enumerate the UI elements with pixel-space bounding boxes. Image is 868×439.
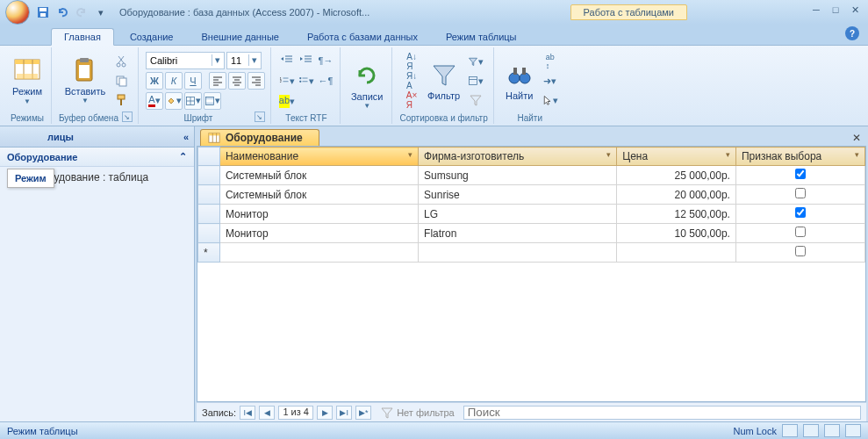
advanced-filter-button[interactable]: ▾ [467, 72, 484, 90]
cell-manufacturer[interactable]: Sunrise [419, 185, 617, 205]
replace-button[interactable]: ab↕ [542, 53, 559, 70]
bold-button[interactable]: Ж [146, 72, 163, 90]
find-button[interactable]: Найти [501, 59, 538, 103]
redo-icon[interactable] [74, 4, 90, 20]
cell-flag[interactable] [735, 185, 864, 205]
filter-button[interactable]: Фильтр [424, 59, 463, 103]
align-left-button[interactable] [209, 72, 226, 90]
font-dialog-launcher[interactable]: ↘ [255, 112, 265, 122]
tab-database-tools[interactable]: Работа с базами данных [295, 29, 430, 45]
filter-indicator[interactable]: Нет фильтра [380, 406, 455, 420]
goto-button[interactable]: ➜▾ [542, 72, 559, 90]
pivot-view-shortcut[interactable] [824, 424, 840, 437]
new-record-selector[interactable]: * [198, 243, 220, 263]
clear-sort-button[interactable]: А×Я [403, 91, 420, 109]
flag-checkbox[interactable] [795, 188, 806, 198]
font-name-input[interactable] [147, 55, 212, 66]
table-row[interactable]: Монитор Flatron 10 500,00р. [198, 224, 865, 243]
row-selector[interactable] [198, 166, 220, 185]
collapse-pane-icon[interactable]: « [183, 132, 189, 142]
numbering-button[interactable]: 12▾ [278, 72, 296, 90]
help-button[interactable]: ? [845, 26, 859, 40]
font-size-input[interactable] [227, 55, 248, 66]
ltr-button[interactable]: ¶→ [317, 52, 334, 69]
close-document-button[interactable]: ✕ [849, 130, 864, 146]
tab-create[interactable]: Создание [118, 29, 186, 45]
sort-desc-button[interactable]: Я↓А [403, 72, 420, 90]
cut-button[interactable] [112, 53, 130, 70]
cell-manufacturer[interactable]: Sumsung [419, 166, 617, 185]
alternate-fill-button[interactable]: ▾ [204, 92, 221, 110]
cell-flag[interactable] [735, 224, 864, 243]
table-row[interactable]: Системный блок Sumsung 25 000,00р. [198, 166, 865, 185]
first-record-button[interactable]: I◀ [240, 406, 255, 420]
column-header-flag[interactable]: Признак выбора▾ [735, 148, 864, 166]
fill-color-button[interactable]: ▾ [165, 92, 183, 110]
format-painter-button[interactable] [112, 91, 130, 109]
cell-name[interactable]: Системный блок [219, 185, 418, 205]
toggle-filter-button[interactable] [467, 91, 484, 109]
align-right-button[interactable] [247, 72, 265, 90]
clipboard-dialog-launcher[interactable]: ↘ [122, 112, 133, 122]
cell-price[interactable]: 10 500,00р. [617, 224, 736, 243]
font-name-dropdown[interactable]: ▾ [146, 52, 225, 69]
row-selector[interactable] [198, 224, 220, 243]
font-size-dropdown[interactable]: ▾ [226, 52, 262, 69]
table-row[interactable]: Системный блок Sunrise 20 000,00р. [198, 185, 865, 205]
cell-flag[interactable] [735, 205, 864, 224]
cell-price[interactable]: 25 000,00р. [617, 166, 736, 185]
record-search-input[interactable] [463, 406, 861, 420]
flag-checkbox[interactable] [795, 246, 806, 256]
records-button[interactable]: Записи ▼ [348, 60, 387, 112]
minimize-button[interactable]: ─ [808, 4, 824, 16]
select-button[interactable]: ▾ [542, 91, 559, 109]
increase-indent-button[interactable] [298, 52, 315, 69]
undo-icon[interactable] [54, 4, 70, 20]
bullets-button[interactable]: ▾ [298, 72, 315, 90]
italic-button[interactable]: К [165, 72, 183, 90]
cell-name[interactable]: Системный блок [219, 166, 418, 185]
view-button[interactable]: Режим ▼ [9, 54, 46, 106]
datasheet-grid[interactable]: Наименование▾ Фирма-изготовитель▾ Цена▾ … [197, 146, 866, 402]
selection-filter-button[interactable]: ▾ [467, 53, 484, 70]
flag-checkbox[interactable] [795, 169, 806, 179]
office-button[interactable] [5, 0, 30, 25]
close-button[interactable]: ✕ [847, 4, 863, 16]
new-record-button[interactable]: ▶* [355, 406, 371, 420]
gridlines-button[interactable]: ▾ [184, 92, 202, 110]
row-selector[interactable] [198, 185, 220, 205]
flag-checkbox[interactable] [795, 227, 806, 237]
select-all-cell[interactable] [198, 148, 220, 166]
restore-button[interactable]: □ [828, 4, 843, 16]
row-selector[interactable] [198, 205, 220, 224]
tab-external-data[interactable]: Внешние данные [190, 29, 291, 45]
align-center-button[interactable] [228, 72, 246, 90]
next-record-button[interactable]: ▶ [317, 406, 333, 420]
qat-customize-icon[interactable]: ▾ [93, 4, 109, 20]
cell-manufacturer[interactable]: Flatron [419, 224, 617, 243]
prev-record-button[interactable]: ◀ [259, 406, 275, 420]
nav-pane-header[interactable]: Режим лицы « [0, 126, 194, 148]
nav-category[interactable]: Оборудование ⌃ [0, 148, 194, 167]
cell-name[interactable]: Монитор [219, 205, 418, 224]
cell-price[interactable]: 20 000,00р. [617, 185, 736, 205]
tab-home[interactable]: Главная [51, 28, 114, 46]
new-record-row[interactable]: * [198, 243, 865, 263]
paste-button[interactable]: Вставить ▼ [61, 54, 110, 106]
decrease-indent-button[interactable] [278, 52, 296, 69]
highlight-button[interactable]: ab▾ [278, 92, 296, 110]
record-position[interactable]: 1 из 4 [278, 406, 313, 420]
document-tab[interactable]: Оборудование [200, 129, 319, 146]
column-header-price[interactable]: Цена▾ [617, 148, 736, 166]
font-color-button[interactable]: A▾ [146, 92, 163, 110]
flag-checkbox[interactable] [795, 207, 806, 218]
save-icon[interactable] [35, 4, 51, 20]
copy-button[interactable] [112, 72, 130, 90]
pivotchart-view-shortcut[interactable] [845, 424, 861, 437]
cell-flag[interactable] [735, 166, 864, 185]
cell-manufacturer[interactable]: LG [419, 205, 617, 224]
underline-button[interactable]: Ч [184, 72, 202, 90]
last-record-button[interactable]: ▶I [336, 406, 352, 420]
cell-price[interactable]: 12 500,00р. [617, 205, 736, 224]
column-header-manufacturer[interactable]: Фирма-изготовитель▾ [419, 148, 617, 166]
